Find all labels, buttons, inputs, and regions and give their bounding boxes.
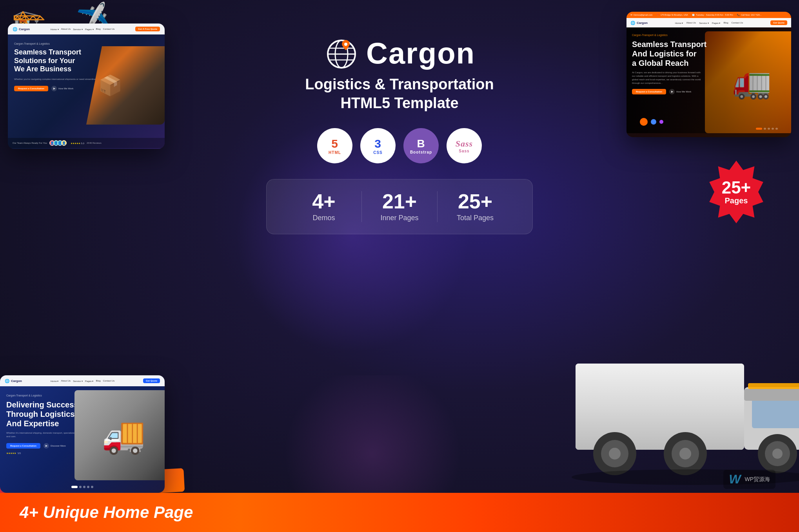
avatar-4: 👤 (61, 140, 67, 146)
page-dots (71, 486, 93, 488)
pages-badge: 25+ Pages (705, 161, 768, 223)
dark-hero: 🚛 Cargon-Transport & Logistics Seamless … (626, 27, 791, 133)
play-circle-icon-2: ▶ (44, 443, 49, 449)
card2-cta[interactable]: Get Quote (143, 378, 160, 383)
inner-pages-number: 21+ (382, 191, 417, 212)
dark-hero-btns: Request a Consultation ▶ How We Work (632, 89, 786, 94)
css3-label: 3 (374, 137, 381, 150)
dark-cta-button[interactable]: Get Quote (770, 20, 787, 25)
dot-2 (83, 486, 85, 488)
total-pages-number: 25+ (458, 191, 492, 212)
dark-play-btn[interactable]: ▶ How We Work (669, 89, 691, 94)
card-logo: 🌐 Cargon (13, 27, 30, 31)
center-content: Cargon Logistics & Transportation HTML5 … (262, 35, 537, 234)
dark-hero-desc: At Cargon, we are dedicated to driving y… (632, 71, 703, 85)
card-cta-button[interactable]: Get A Free Quote (135, 27, 160, 31)
phone-info: 📞 Call Now: 1617 520... (737, 14, 762, 16)
tech-badges-row: 5 HTML 3 CSS B Bootstrap Sass Sass (317, 128, 482, 163)
dark-dot-4 (775, 128, 778, 130)
dark-card-nav: 🌐 Cargon Home ▾ About Us Service ▾ Pages… (626, 18, 791, 27)
tagline-line1: Logistics & Transportation (305, 76, 494, 92)
hero-label: Cargon-Transport & Logistics (14, 42, 158, 45)
css-badge-label: CSS (373, 150, 383, 155)
team-label: Our Team Always Ready For You (13, 142, 47, 144)
consult-button[interactable]: Request a Consultation (14, 86, 48, 91)
dark-consult-btn[interactable]: Request a Consultation (632, 89, 666, 94)
inner-pages-label: Inner Pages (380, 214, 418, 222)
watermark: W WP贸源海 (723, 470, 775, 489)
logo-svg (324, 35, 359, 71)
svg-rect-8 (576, 364, 744, 450)
truck-svg (556, 317, 799, 493)
svg-rect-11 (744, 389, 799, 401)
wp-icon: W (729, 472, 741, 487)
starburst: 25+ Pages (705, 161, 768, 223)
svg-point-17 (679, 448, 691, 460)
rating: ★★★★★ 5.0 (71, 142, 84, 145)
email-icon: ✉ (630, 14, 632, 16)
orange-dot (640, 118, 648, 126)
html5-badge: 5 HTML (317, 128, 352, 163)
dark-dot-1 (764, 128, 766, 130)
dark-nav-links: Home ▾ About Us Service ▾ Pages ▾ Blog C… (651, 22, 767, 24)
preview-card-top-left: 🌐 Cargon Home ▾ About Us Service ▾ Pages… (8, 24, 165, 149)
play-button[interactable]: ▶ How We Work (51, 86, 73, 91)
decorative-dots (640, 118, 663, 126)
dark-dot-active (756, 128, 762, 130)
html5-label: 5 (331, 137, 338, 150)
play-circle-icon: ▶ (51, 86, 57, 91)
svg-point-6 (344, 43, 347, 46)
demos-number: 4+ (312, 191, 335, 212)
stat-demos: 4+ Demos (286, 191, 362, 222)
svg-rect-21 (748, 383, 799, 389)
badge-25-number: 25+ (722, 179, 751, 196)
stats-box: 4+ Demos 21+ Inner Pages 25+ Total Pages (266, 179, 533, 234)
demos-label: Demos (312, 214, 335, 222)
bottom-text: 4+ Unique Home Page (20, 503, 193, 522)
tagline-line2: HTML5 Template (340, 95, 458, 111)
globe-icon-3: 🌐 (630, 21, 635, 25)
html-badge-label: HTML (329, 150, 341, 155)
logo-name: Cargon (366, 36, 475, 70)
globe-icon-2: 🌐 (5, 379, 9, 383)
svg-point-14 (609, 448, 621, 460)
dark-hero-title: Seamless TransportAnd Logistics fora Glo… (632, 40, 710, 68)
dot-4 (91, 486, 93, 488)
badge-pages-label: Pages (725, 196, 748, 205)
card-nav-links: Home ▾ About Us Service ▾ Pages ▾ Blog C… (33, 28, 132, 31)
review-count: 2646 Reviews (87, 142, 102, 144)
email-info: ✉ Demoa@gmail.com (630, 14, 652, 16)
dark-hero-label: Cargon-Transport & Logistics (632, 34, 786, 36)
bottom-bar: 4+ Unique Home Page (0, 493, 799, 532)
stats-strip: Our Team Always Ready For You 👤 👤 👤 👤 ★★… (8, 138, 165, 148)
dot-3 (87, 486, 89, 488)
preview-card-bottom-left: 🌐 Cargon Home ▾ About Us Service ▾ Pages… (0, 375, 165, 493)
hours-info: 🕐 Tuesday - Saturday 8:00 Am - 5:00 Pm (692, 14, 733, 16)
rating-value: 5.0 (81, 142, 84, 145)
truck-image-2: 🚚 (74, 390, 165, 480)
location-icon: 📍 (656, 14, 659, 16)
card2-play-btn[interactable]: ▶ Discover More (44, 443, 66, 449)
stars: ★★★★★ (71, 142, 80, 145)
sass-label: Sass (456, 139, 473, 149)
logo-row: Cargon (324, 35, 475, 71)
truck-visual (556, 317, 799, 493)
dot-1 (79, 486, 82, 488)
stat-inner-pages: 21+ Inner Pages (362, 191, 438, 222)
card-logo-text: Cargon (19, 27, 30, 31)
blue-dot (651, 119, 656, 125)
big-truck (556, 317, 799, 493)
dark-dot-2 (768, 128, 770, 130)
card2-consult-btn[interactable]: Request a Consultation (6, 443, 40, 449)
card2-nav-links: Home ▾ About Us Service ▾ Pages ▾ Blog C… (25, 380, 140, 382)
css3-badge: 3 CSS (360, 128, 396, 163)
card2-logo-text: Cargon (11, 379, 22, 383)
stars-2: ★★★★★ (6, 452, 16, 454)
bootstrap-badge-label: Bootstrap (410, 150, 432, 154)
preview-card-top-right: ✉ Demoa@gmail.com 📍 175 Bridge St Brookl… (626, 12, 791, 137)
dot-active (71, 486, 78, 488)
card-navbar: 🌐 Cargon Home ▾ About Us Service ▾ Pages… (8, 24, 165, 34)
card-hero: Cargon-Transport & Logistics Seamless Tr… (8, 34, 165, 148)
svg-point-20 (772, 449, 783, 459)
clock-icon: 🕐 (692, 14, 695, 16)
